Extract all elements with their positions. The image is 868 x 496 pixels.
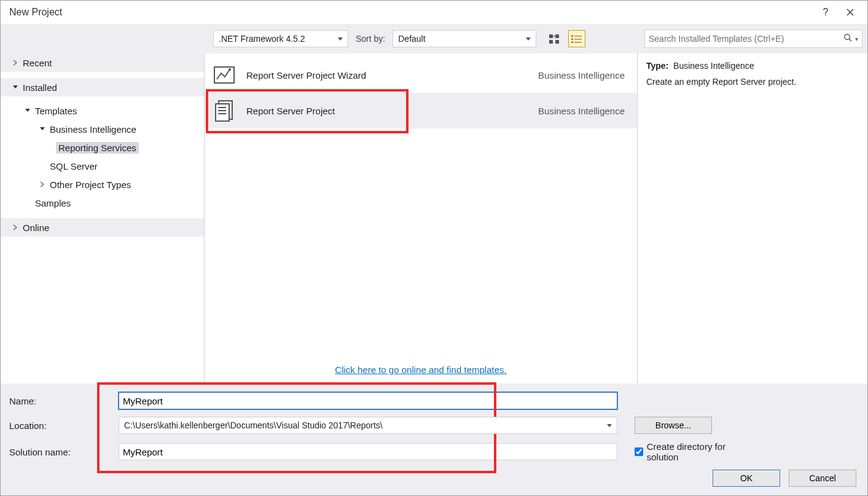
- svg-rect-6: [571, 35, 573, 37]
- ok-button[interactable]: OK: [713, 470, 780, 487]
- tree-item-label: Templates: [35, 106, 77, 116]
- chevron-right-icon: [12, 224, 19, 231]
- solution-name-input[interactable]: [119, 443, 617, 460]
- search-dropdown-icon[interactable]: ▾: [855, 36, 858, 42]
- tree-sql-server[interactable]: SQL Server: [1, 157, 204, 175]
- sort-by-label: Sort by:: [356, 34, 385, 44]
- bottom-panel: Name: Location: C:\Users\kathi.kellenber…: [1, 384, 867, 495]
- tree-samples[interactable]: Samples: [1, 194, 204, 212]
- svg-line-13: [849, 39, 851, 41]
- location-row: Location: C:\Users\kathi.kellenberger\Do…: [9, 417, 859, 434]
- online-templates-link[interactable]: Click here to go online and find templat…: [335, 364, 506, 375]
- tree-other-project-types[interactable]: Other Project Types: [1, 175, 204, 194]
- template-list: Report Server Project Wizard Business In…: [205, 53, 637, 358]
- tree-business-intelligence[interactable]: Business Intelligence: [1, 120, 204, 138]
- new-project-dialog: New Project ? .NET Framework 4.5.2 Sort …: [0, 0, 868, 496]
- svg-point-12: [845, 34, 850, 40]
- tree-item-label: Other Project Types: [50, 179, 131, 190]
- close-button[interactable]: [838, 3, 862, 22]
- details-list-icon: [571, 34, 582, 43]
- close-icon: [846, 9, 854, 16]
- tree-item-label: Installed: [23, 82, 57, 93]
- search-box[interactable]: ▾: [644, 30, 862, 48]
- tree-online[interactable]: Online: [1, 218, 204, 237]
- tree-item-label: SQL Server: [50, 161, 98, 171]
- template-category: Business Intelligence: [502, 70, 625, 81]
- svg-rect-7: [574, 36, 582, 36]
- svg-rect-17: [216, 104, 229, 121]
- view-large-icons[interactable]: [546, 30, 563, 47]
- checkbox-label: Create directory for solution: [647, 441, 744, 462]
- name-row: Name:: [9, 392, 859, 409]
- titlebar: New Project ?: [1, 1, 867, 24]
- cancel-button[interactable]: Cancel: [789, 470, 856, 487]
- tree-item-label: Online: [23, 222, 49, 233]
- template-name: Report Server Project Wizard: [246, 70, 502, 81]
- template-item-wizard[interactable]: Report Server Project Wizard Business In…: [205, 57, 637, 93]
- tree-item-label: Samples: [35, 198, 71, 208]
- dialog-title: New Project: [9, 7, 62, 18]
- online-templates-link-row: Click here to go online and find templat…: [205, 358, 637, 384]
- chevron-down-icon: [39, 125, 46, 133]
- svg-rect-0: [549, 34, 553, 38]
- tree-item-label: Recent: [23, 58, 52, 68]
- svg-rect-2: [549, 40, 553, 44]
- name-input[interactable]: [119, 392, 617, 409]
- template-item-report-server-project[interactable]: Report Server Project Business Intellige…: [205, 93, 637, 128]
- solution-name-row: Solution name: Create directory for solu…: [9, 441, 859, 462]
- sort-by-dropdown[interactable]: Default: [393, 30, 536, 47]
- view-mode-group: [546, 30, 585, 47]
- help-button[interactable]: ?: [813, 3, 838, 22]
- dialog-body: Recent Installed Templates Business Inte…: [1, 53, 867, 384]
- solution-name-label: Solution name:: [9, 447, 119, 457]
- chevron-down-icon: [24, 107, 31, 114]
- tree-installed[interactable]: Installed: [1, 78, 204, 96]
- browse-button[interactable]: Browse...: [635, 417, 712, 434]
- details-pane: Type: Business Intelligence Create an em…: [637, 53, 867, 384]
- search-icon: [843, 33, 853, 44]
- svg-point-15: [229, 68, 231, 71]
- search-input[interactable]: [649, 34, 843, 44]
- tree-item-label: Reporting Services: [56, 142, 139, 154]
- sort-by-value: Default: [398, 34, 425, 44]
- svg-rect-11: [574, 42, 582, 42]
- location-dropdown[interactable]: C:\Users\kathi.kellenberger\Documents\Vi…: [119, 417, 617, 434]
- details-description: Create an empty Report Server project.: [646, 77, 859, 87]
- framework-value: .NET Framework 4.5.2: [219, 34, 305, 44]
- large-icons-icon: [549, 34, 560, 44]
- dialog-buttons: OK Cancel: [9, 470, 859, 487]
- template-category: Business Intelligence: [502, 106, 625, 116]
- view-details-list[interactable]: [568, 30, 585, 47]
- chevron-down-icon: [12, 84, 19, 91]
- location-label: Location:: [9, 420, 119, 431]
- create-directory-checkbox[interactable]: Create directory for solution: [635, 441, 744, 462]
- svg-rect-3: [555, 40, 559, 44]
- button-label: OK: [740, 473, 753, 483]
- tree-item-label: Business Intelligence: [50, 124, 136, 135]
- chevron-right-icon: [12, 59, 19, 66]
- details-type-label: Type:: [646, 61, 668, 71]
- project-wizard-icon: [212, 63, 237, 87]
- framework-dropdown[interactable]: .NET Framework 4.5.2: [213, 30, 348, 47]
- category-tree: Recent Installed Templates Business Inte…: [1, 53, 205, 384]
- project-icon: [212, 98, 237, 123]
- svg-rect-9: [574, 39, 582, 39]
- name-label: Name:: [9, 396, 119, 406]
- toolbar: .NET Framework 4.5.2 Sort by: Default: [1, 24, 867, 53]
- details-type-value: Business Intelligence: [673, 61, 754, 71]
- svg-rect-8: [571, 38, 573, 40]
- template-name: Report Server Project: [246, 106, 502, 116]
- svg-rect-4: [553, 36, 555, 37]
- svg-rect-14: [214, 67, 234, 83]
- svg-rect-10: [571, 41, 573, 43]
- svg-rect-1: [555, 34, 559, 38]
- location-value: C:\Users\kathi.kellenberger\Documents\Vi…: [124, 420, 383, 430]
- button-label: Cancel: [809, 473, 836, 483]
- tree-recent[interactable]: Recent: [1, 53, 204, 72]
- chevron-right-icon: [39, 181, 46, 188]
- tree-reporting-services[interactable]: Reporting Services: [1, 138, 204, 157]
- tree-templates[interactable]: Templates: [1, 101, 204, 120]
- button-label: Browse...: [655, 420, 691, 430]
- template-pane: Report Server Project Wizard Business In…: [205, 53, 637, 384]
- create-directory-check-input[interactable]: [635, 447, 643, 457]
